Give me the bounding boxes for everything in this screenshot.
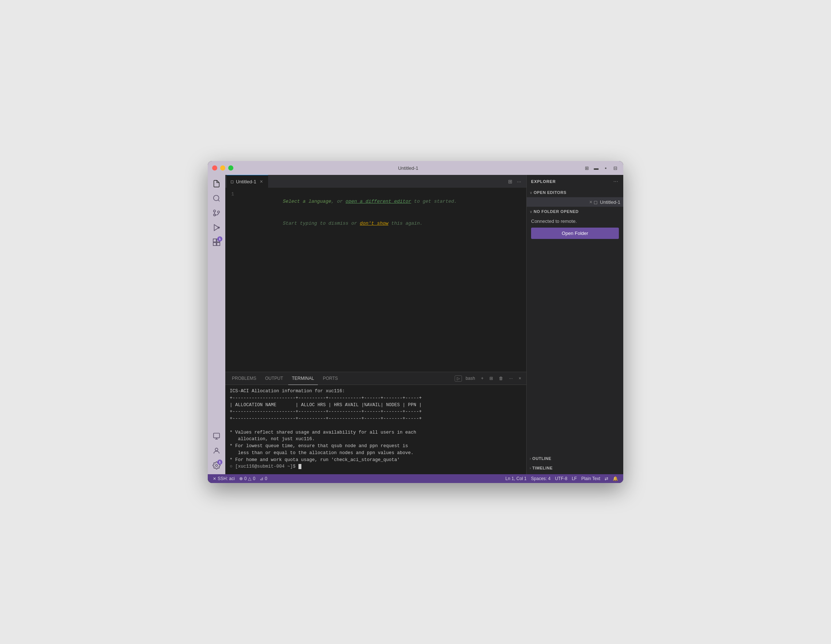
file-item-icon: ◻	[594, 199, 598, 205]
account-icon[interactable]	[210, 444, 223, 457]
encoding-label: UTF-8	[555, 476, 567, 481]
tab-close-button[interactable]: ×	[259, 179, 264, 185]
eol[interactable]: LF	[570, 476, 579, 481]
terminal-panel: PROBLEMS OUTPUT TERMINAL PORTS ▷	[225, 372, 526, 474]
hint-again: this again.	[388, 221, 423, 226]
terminal-line-9: less than or equal to the allocation nod…	[230, 450, 522, 457]
timeline-section[interactable]: › TIMELINE	[527, 463, 623, 473]
extensions-badge: 1	[217, 236, 222, 241]
minimize-button[interactable]	[220, 166, 225, 171]
outline-label: OUTLINE	[532, 456, 551, 461]
panel-tabs: PROBLEMS OUTPUT TERMINAL PORTS ▷	[225, 372, 526, 385]
no-folder-header[interactable]: ∨ NO FOLDER OPENED	[527, 207, 623, 216]
errors-status[interactable]: ⊗ 0 △ 0	[237, 474, 258, 483]
hint-dont-show[interactable]: don't show	[360, 221, 388, 226]
terminal-tab[interactable]: TERMINAL	[288, 372, 318, 385]
notifications-button[interactable]: 🔔	[610, 476, 620, 481]
layout-icon[interactable]: ▪	[602, 164, 609, 172]
terminal-content[interactable]: ICS-ACI Allocation information for xuc11…	[225, 385, 526, 474]
language-label: Plain Text	[581, 476, 600, 481]
more-actions-button[interactable]: ···	[515, 178, 523, 185]
line-number-1: 1	[225, 191, 240, 213]
output-tab[interactable]: OUTPUT	[261, 372, 287, 385]
editor-tab-untitled[interactable]: ◻ Untitled-1 ×	[227, 175, 268, 188]
spaces-label: Spaces: 4	[531, 476, 551, 481]
terminal-prompt: ○ [xuc116@submit-004 ~]$	[230, 464, 298, 469]
split-editor-icon[interactable]: ⊞	[583, 164, 590, 172]
activity-bar: 1	[208, 175, 225, 474]
svg-rect-9	[213, 242, 216, 245]
file-item-name: Untitled-1	[600, 199, 620, 205]
search-icon[interactable]	[210, 192, 223, 205]
svg-line-1	[218, 200, 220, 201]
ports-tab[interactable]: PORTS	[319, 372, 342, 385]
tab-actions: ⊞ ···	[506, 178, 525, 185]
bash-label: bash	[463, 375, 477, 382]
split-editor-button[interactable]: ⊞	[506, 178, 514, 185]
terminal-prompt-line: ○ [xuc116@submit-004 ~]$	[230, 463, 522, 470]
connected-text: Connected to remote.	[527, 216, 623, 228]
status-bar: ✕ SSH: aci ⊗ 0 △ 0 ⊿ 0 Ln 1, Col 1 Space…	[208, 474, 623, 483]
terminal-split-button[interactable]: ⊞	[487, 375, 495, 382]
customize-layout-icon[interactable]: ⊟	[611, 164, 619, 172]
terminal-line-8: * For lowest queue time, ensure that qsu…	[230, 443, 522, 450]
wifi-icon: ⊿	[259, 476, 263, 481]
file-item-untitled[interactable]: × ◻ Untitled-1	[527, 197, 623, 207]
open-editors-section: ∨ OPEN EDITORS × ◻ Untitled-1	[527, 188, 623, 207]
tab-bar: ◻ Untitled-1 × ⊞ ···	[225, 175, 526, 188]
indentation[interactable]: Spaces: 4	[529, 476, 552, 481]
maximize-button[interactable]	[228, 166, 233, 171]
sidebar-more-button[interactable]: ···	[613, 177, 619, 185]
position-label: Ln 1, Col 1	[505, 476, 527, 481]
cursor-position[interactable]: Ln 1, Col 1	[503, 476, 529, 481]
content-area: ◻ Untitled-1 × ⊞ ··· 1 Select a language…	[225, 175, 623, 474]
hint-start-typing: Start typing to dismiss or	[283, 221, 360, 226]
terminal-cursor	[298, 464, 301, 469]
terminal-line-1: +-----------------------+----------+----…	[230, 395, 522, 402]
errors-count: 0	[244, 476, 247, 481]
extensions-icon[interactable]: 1	[210, 236, 223, 249]
problems-tab[interactable]: PROBLEMS	[228, 372, 260, 385]
open-folder-button[interactable]: Open Folder	[531, 228, 619, 239]
sidebar: EXPLORER ··· ∨ OPEN EDITORS × ◻ Untitled…	[526, 175, 623, 474]
open-editors-chevron: ∨	[530, 191, 532, 194]
hint-started: to get started.	[411, 199, 457, 204]
remote-icon[interactable]	[210, 430, 223, 443]
file-item-close[interactable]: ×	[589, 199, 592, 205]
status-right: Ln 1, Col 1 Spaces: 4 UTF-8 LF Plain Tex…	[503, 476, 620, 481]
open-editors-header[interactable]: ∨ OPEN EDITORS	[527, 188, 623, 197]
panel-tab-actions: ▷ bash + ⊞ 🗑 ··· ×	[455, 375, 524, 382]
ssh-status[interactable]: ✕ SSH: aci	[211, 474, 237, 483]
terminal-line-4: +-----------------------+----------+----…	[230, 415, 522, 422]
sync-button[interactable]: ⇄	[602, 476, 610, 481]
info-count: 0	[265, 476, 267, 481]
activity-bar-bottom: 1	[210, 430, 223, 472]
settings-icon[interactable]: 1	[210, 459, 223, 472]
editor-pane: ◻ Untitled-1 × ⊞ ··· 1 Select a language…	[225, 175, 526, 474]
run-debug-icon[interactable]	[210, 221, 223, 234]
warning-icon: △	[248, 476, 251, 481]
more-terminal-button[interactable]: ···	[507, 375, 515, 382]
editor-area[interactable]: 1 Select a language, or open a different…	[225, 188, 526, 372]
language-mode[interactable]: Plain Text	[579, 476, 602, 481]
terminal-run-icon: ▷	[455, 375, 462, 382]
hint-link-editor[interactable]: open a different editor	[345, 199, 411, 204]
error-icon: ⊗	[239, 476, 243, 481]
outline-section[interactable]: › OUTLINE	[527, 454, 623, 463]
traffic-lights	[212, 166, 233, 171]
terminal-line-10: * For home and work quota usage, run 'ch…	[230, 457, 522, 464]
editor-layout-icon[interactable]: ▬	[592, 164, 600, 172]
close-button[interactable]	[212, 166, 217, 171]
no-folder-label: NO FOLDER OPENED	[533, 209, 579, 214]
close-panel-button[interactable]: ×	[516, 375, 524, 382]
add-terminal-button[interactable]: +	[479, 375, 486, 382]
files-icon[interactable]	[210, 177, 223, 190]
open-editors-label: OPEN EDITORS	[533, 190, 567, 194]
terminal-line-7: allocation, not just xuc116.	[230, 436, 522, 443]
settings-badge: 1	[217, 459, 222, 465]
sidebar-header: EXPLORER ···	[527, 175, 623, 188]
info-status[interactable]: ⊿ 0	[258, 474, 269, 483]
terminal-trash-button[interactable]: 🗑	[497, 375, 505, 382]
encoding[interactable]: UTF-8	[552, 476, 570, 481]
source-control-icon[interactable]	[210, 206, 223, 220]
